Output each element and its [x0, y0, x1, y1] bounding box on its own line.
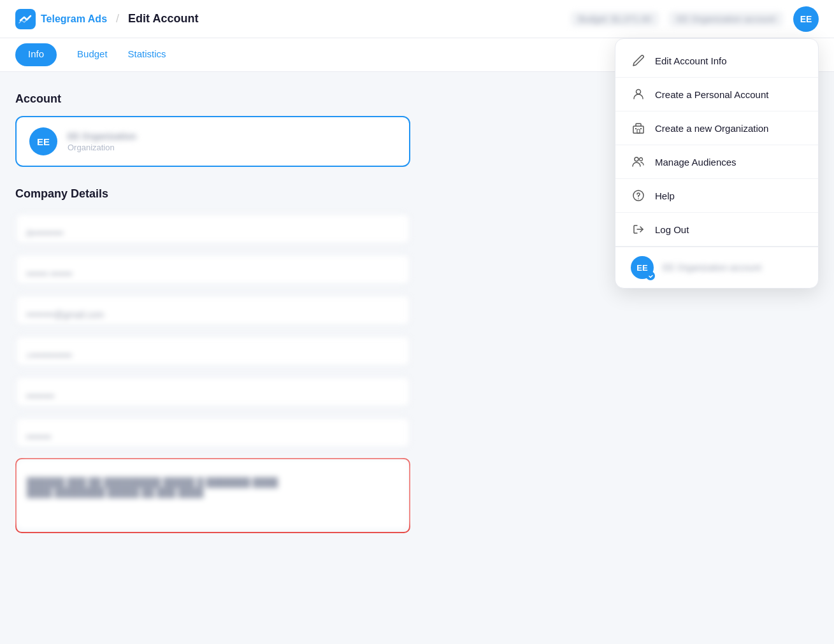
phone-field: Phone number: [15, 336, 410, 366]
svg-rect-5: [640, 128, 642, 129]
city-input[interactable]: [15, 417, 410, 448]
dropdown-item-create-org[interactable]: Create a new Organization: [615, 111, 818, 145]
company-details-title: Company Details: [15, 187, 596, 201]
email-field: E-mail: [15, 295, 410, 326]
account-selector-info: EE Organization Organization: [68, 131, 396, 152]
dropdown-label-logout: Log Out: [655, 224, 689, 235]
header-left: Telegram Ads / Edit Account: [15, 9, 571, 29]
dropdown-item-edit-account-info[interactable]: Edit Account Info: [615, 44, 818, 78]
svg-point-9: [638, 198, 639, 199]
full-name-field: Full name: [15, 254, 410, 285]
logout-icon: [631, 222, 646, 237]
dropdown-label-manage-audiences: Manage Audiences: [655, 157, 737, 168]
legal-name-field: Advertiser's legal name (optional): [15, 458, 410, 533]
account-selector-avatar: EE: [29, 127, 57, 155]
page-title: Edit Account: [128, 12, 198, 25]
legal-name-input[interactable]: [17, 459, 409, 529]
header-budget: Budget: $1,071.00: [571, 11, 659, 27]
account-section-title: Account: [15, 92, 596, 106]
svg-rect-3: [637, 129, 640, 133]
dropdown-label-create-personal: Create a Personal Account: [655, 89, 768, 100]
dropdown-label-edit-account-info: Edit Account Info: [655, 55, 727, 66]
pencil-icon: [631, 53, 646, 68]
header-separator: /: [116, 12, 119, 25]
question-icon: [631, 188, 646, 203]
tab-budget[interactable]: Budget: [77, 38, 108, 71]
tab-statistics[interactable]: Statistics: [128, 38, 166, 71]
main-content: Account EE EE Organization Organization …: [0, 72, 612, 564]
svg-point-1: [636, 90, 641, 94]
building-icon: [631, 120, 646, 136]
account-selector[interactable]: EE EE Organization Organization: [15, 116, 410, 167]
logo-text: Telegram Ads: [41, 13, 107, 25]
dropdown-footer-name: EE Organization account: [663, 262, 761, 273]
dropdown-item-manage-audiences[interactable]: Manage Audiences: [615, 145, 818, 179]
full-name-input[interactable]: [15, 254, 410, 285]
person-icon: [631, 87, 646, 102]
user-avatar[interactable]: EE: [793, 6, 819, 32]
svg-rect-4: [635, 128, 636, 129]
dropdown-item-help[interactable]: Help: [615, 179, 818, 213]
svg-point-7: [640, 158, 643, 161]
people-icon: [631, 154, 646, 169]
dropdown-label-create-org: Create a new Organization: [655, 123, 768, 134]
check-badge: [646, 271, 655, 280]
email-input[interactable]: [15, 295, 410, 326]
dropdown-footer[interactable]: EE EE Organization account: [615, 247, 818, 288]
logo-link[interactable]: Telegram Ads: [15, 9, 107, 29]
dropdown-footer-avatar: EE: [631, 256, 654, 279]
account-id-input[interactable]: [15, 213, 410, 244]
svg-point-6: [635, 157, 638, 161]
account-id-field: Account ID: [15, 213, 410, 244]
header-account-name: EE Organization account: [669, 11, 783, 27]
dropdown-item-create-personal[interactable]: Create a Personal Account: [615, 78, 818, 111]
account-selector-type: Organization: [68, 143, 396, 152]
telegram-ads-icon: [15, 9, 36, 29]
account-selector-name: EE Organization: [68, 131, 396, 141]
dropdown-menu: Edit Account Info Create a Personal Acco…: [615, 38, 819, 289]
header-right: Budget: $1,071.00 EE Organization accoun…: [571, 6, 819, 32]
header: Telegram Ads / Edit Account Budget: $1,0…: [0, 0, 834, 38]
dropdown-label-help: Help: [655, 190, 675, 201]
country-input[interactable]: [15, 376, 410, 407]
city-field: City: [15, 417, 410, 448]
dropdown-item-logout[interactable]: Log Out: [615, 213, 818, 247]
phone-input[interactable]: [15, 336, 410, 366]
country-field: Country: [15, 376, 410, 407]
tab-info[interactable]: Info: [15, 43, 57, 66]
